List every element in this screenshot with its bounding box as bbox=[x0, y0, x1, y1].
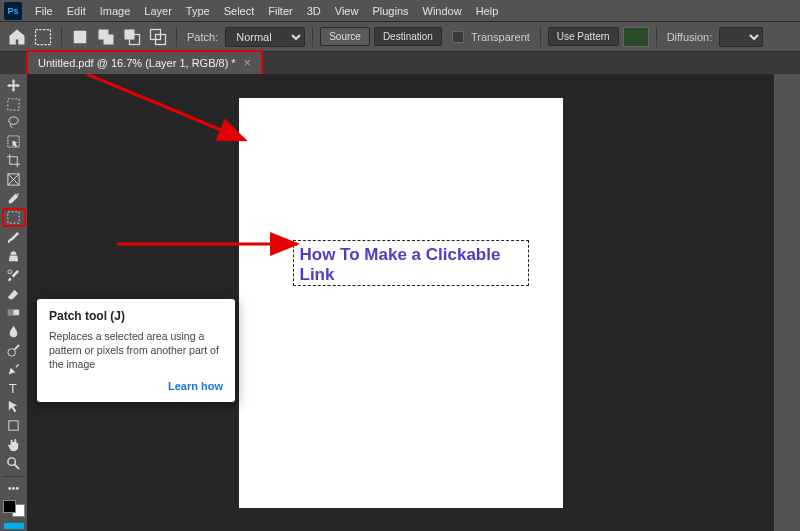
canvas[interactable]: How To Make a Clickable Link bbox=[239, 98, 563, 508]
lasso-tool[interactable] bbox=[2, 115, 26, 132]
new-selection-icon[interactable] bbox=[69, 26, 91, 48]
menu-image[interactable]: Image bbox=[93, 2, 138, 20]
edit-toolbar-icon[interactable] bbox=[2, 480, 26, 497]
svg-point-24 bbox=[8, 487, 11, 490]
svg-text:T: T bbox=[9, 381, 17, 396]
svg-point-9 bbox=[9, 117, 18, 125]
patch-tool[interactable] bbox=[2, 208, 26, 227]
svg-line-19 bbox=[14, 345, 19, 350]
shape-tool[interactable] bbox=[2, 417, 26, 434]
clone-stamp-tool[interactable] bbox=[2, 248, 26, 265]
divider bbox=[3, 476, 25, 477]
menu-select[interactable]: Select bbox=[217, 2, 262, 20]
menu-bar: Ps File Edit Image Layer Type Select Fil… bbox=[0, 0, 800, 22]
pen-tool[interactable] bbox=[2, 361, 26, 378]
move-tool[interactable] bbox=[2, 77, 26, 94]
source-button[interactable]: Source bbox=[320, 27, 370, 46]
menu-help[interactable]: Help bbox=[469, 2, 506, 20]
menu-window[interactable]: Window bbox=[416, 2, 469, 20]
home-icon[interactable] bbox=[6, 26, 28, 48]
intersect-selection-icon[interactable] bbox=[147, 26, 169, 48]
pattern-swatch[interactable] bbox=[623, 27, 649, 47]
marquee-tool[interactable] bbox=[2, 96, 26, 113]
path-select-tool[interactable] bbox=[2, 399, 26, 416]
svg-rect-0 bbox=[36, 29, 51, 44]
document-tab-bar: Untitled.pdf @ 16.7% (Layer 1, RGB/8) * … bbox=[0, 52, 800, 74]
tooltip-learn-link[interactable]: Learn how bbox=[49, 380, 223, 392]
hand-tool[interactable] bbox=[2, 436, 26, 453]
add-selection-icon[interactable] bbox=[95, 26, 117, 48]
svg-rect-8 bbox=[8, 99, 19, 110]
tooltip-description: Replaces a selected area using a pattern… bbox=[49, 329, 223, 372]
menu-edit[interactable]: Edit bbox=[60, 2, 93, 20]
menu-type[interactable]: Type bbox=[179, 2, 217, 20]
svg-rect-1 bbox=[74, 30, 87, 43]
destination-button[interactable]: Destination bbox=[374, 27, 442, 46]
main-area: T How To Make a Clickable Link Patch too… bbox=[0, 74, 800, 531]
divider bbox=[656, 27, 657, 47]
right-panel-gutter bbox=[774, 74, 800, 531]
menu-file[interactable]: File bbox=[28, 2, 60, 20]
svg-point-26 bbox=[16, 487, 19, 490]
toolbar: T bbox=[0, 74, 27, 531]
transparent-label: Transparent bbox=[471, 31, 530, 43]
subtract-selection-icon[interactable] bbox=[121, 26, 143, 48]
svg-point-22 bbox=[8, 458, 16, 466]
crop-tool[interactable] bbox=[2, 152, 26, 169]
svg-point-15 bbox=[8, 270, 12, 274]
gradient-tool[interactable] bbox=[2, 305, 26, 322]
blur-tool[interactable] bbox=[2, 323, 26, 340]
type-tool[interactable]: T bbox=[2, 380, 26, 397]
history-brush-tool[interactable] bbox=[2, 267, 26, 284]
svg-line-23 bbox=[14, 464, 19, 469]
svg-point-25 bbox=[12, 487, 15, 490]
diffusion-select[interactable]: 5 bbox=[719, 27, 763, 47]
options-bar: Patch: Normal Source Destination Transpa… bbox=[0, 22, 800, 52]
menu-3d[interactable]: 3D bbox=[300, 2, 328, 20]
svg-point-18 bbox=[8, 349, 16, 357]
frame-tool[interactable] bbox=[2, 171, 26, 188]
patch-mode-select[interactable]: Normal bbox=[225, 27, 305, 47]
eyedropper-tool[interactable] bbox=[2, 190, 26, 207]
svg-rect-21 bbox=[9, 421, 18, 430]
accent-swatch bbox=[4, 523, 24, 529]
close-icon[interactable]: × bbox=[244, 56, 251, 70]
selection-text: How To Make a Clickable Link bbox=[293, 240, 529, 286]
divider bbox=[61, 27, 62, 47]
menu-layer[interactable]: Layer bbox=[137, 2, 179, 20]
eraser-tool[interactable] bbox=[2, 286, 26, 303]
menu-view[interactable]: View bbox=[328, 2, 366, 20]
svg-rect-14 bbox=[8, 212, 19, 223]
document-tab[interactable]: Untitled.pdf @ 16.7% (Layer 1, RGB/8) * … bbox=[26, 50, 263, 76]
svg-rect-17 bbox=[8, 310, 14, 316]
menu-plugins[interactable]: Plugins bbox=[365, 2, 415, 20]
color-swatches[interactable] bbox=[3, 500, 25, 517]
divider bbox=[176, 27, 177, 47]
patch-label: Patch: bbox=[187, 31, 218, 43]
tool-preset-icon[interactable] bbox=[32, 26, 54, 48]
dodge-tool[interactable] bbox=[2, 342, 26, 359]
transparent-checkbox[interactable] bbox=[452, 31, 464, 43]
zoom-tool[interactable] bbox=[2, 455, 26, 472]
brush-tool[interactable] bbox=[2, 229, 26, 246]
svg-rect-3 bbox=[104, 34, 114, 44]
tool-tooltip: Patch tool (J) Replaces a selected area … bbox=[37, 299, 235, 402]
divider bbox=[312, 27, 313, 47]
app-logo: Ps bbox=[4, 2, 22, 20]
svg-line-27 bbox=[87, 74, 245, 140]
tooltip-title: Patch tool (J) bbox=[49, 309, 223, 323]
document-tab-title: Untitled.pdf @ 16.7% (Layer 1, RGB/8) * bbox=[38, 57, 236, 69]
diffusion-label: Diffusion: bbox=[667, 31, 713, 43]
divider bbox=[540, 27, 541, 47]
menu-filter[interactable]: Filter bbox=[261, 2, 299, 20]
object-select-tool[interactable] bbox=[2, 133, 26, 150]
use-pattern-button[interactable]: Use Pattern bbox=[548, 27, 619, 46]
